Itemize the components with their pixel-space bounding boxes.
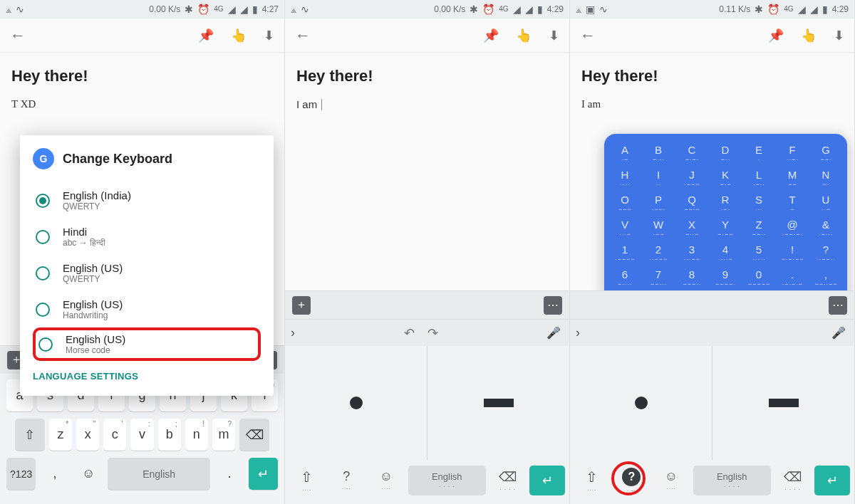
cheat-cell[interactable]: 4····− — [710, 242, 741, 264]
more-icon[interactable]: ⋯ — [544, 296, 562, 315]
cheat-cell[interactable]: P·−−· — [643, 192, 674, 214]
mic-icon[interactable]: 🎤 — [546, 326, 561, 340]
redo-icon[interactable]: ↷ — [428, 325, 438, 341]
more-icon[interactable]: ⋯ — [829, 296, 847, 315]
archive-icon[interactable]: ⬇︎ — [549, 28, 559, 43]
cheat-cell[interactable]: W·−− — [643, 217, 674, 239]
cheat-cell[interactable]: @·−−·−· — [777, 217, 808, 239]
note-title[interactable]: Hey there! — [296, 67, 558, 85]
alarm-icon: ⏰ — [767, 4, 779, 14]
cheat-cell[interactable]: 9−−−−· — [710, 267, 741, 289]
keyboard-option[interactable]: Hindiabc → हिन्दी — [33, 219, 261, 255]
cheat-cell[interactable]: !−·−·−− — [777, 242, 808, 264]
cheat-cell[interactable]: K−·− — [710, 167, 741, 189]
note-content[interactable]: Hey there! I am — [285, 53, 569, 117]
mic-icon[interactable]: 🎤 — [831, 326, 846, 340]
cheat-cell[interactable]: N−· — [811, 167, 841, 189]
radio-icon[interactable] — [38, 337, 53, 352]
emoji-key[interactable]: ☺···· — [368, 466, 404, 495]
cheat-cell[interactable]: A·− — [610, 142, 641, 164]
keyboard-option[interactable]: English (US)QWERTY — [33, 255, 261, 291]
option-title: Hindi — [63, 226, 105, 238]
help-key[interactable]: ? ···· — [614, 466, 650, 495]
cheat-cell[interactable]: I·· — [643, 167, 674, 189]
option-subtitle: Morse code — [66, 345, 125, 355]
cheat-cell[interactable]: L·−·· — [744, 167, 774, 189]
cheat-cell[interactable]: 5····· — [744, 242, 774, 264]
radio-icon[interactable] — [36, 266, 50, 280]
backspace-key[interactable]: ⌫· · · · — [490, 466, 526, 495]
cheat-cell[interactable]: 3···−− — [677, 242, 708, 264]
emoji-key[interactable]: ☺···· — [653, 466, 689, 495]
reminder-icon[interactable]: 👆 — [516, 28, 532, 43]
cheat-cell[interactable]: O−−− — [610, 192, 641, 214]
cheat-cell[interactable]: B−··· — [643, 142, 674, 164]
radio-icon[interactable] — [36, 230, 50, 244]
reminder-icon[interactable]: 👆 — [801, 28, 817, 43]
pin-icon[interactable]: 📌 — [483, 28, 499, 43]
cheat-cell[interactable]: ?··−−·· — [811, 242, 841, 264]
note-body[interactable]: I am — [296, 98, 558, 111]
cheat-cell[interactable]: M−− — [777, 167, 808, 189]
cheat-cell[interactable]: Y−·−− — [710, 217, 741, 239]
keyboard-option[interactable]: English (US)Morse code — [33, 327, 261, 361]
cheat-cell[interactable]: Z−−·· — [744, 217, 774, 239]
radio-icon[interactable] — [36, 194, 50, 208]
cheat-cell[interactable]: G−−· — [811, 142, 841, 164]
note-body[interactable]: I am — [581, 98, 843, 110]
note-title[interactable]: Hey there! — [581, 67, 843, 85]
radio-icon[interactable] — [36, 303, 50, 317]
cheat-cell[interactable]: D−·· — [710, 142, 741, 164]
morse-dash-key[interactable] — [712, 346, 854, 460]
cheat-cell[interactable]: S··· — [744, 192, 774, 214]
cheat-cell[interactable]: V···− — [610, 217, 641, 239]
cheat-cell[interactable]: H···· — [610, 167, 641, 189]
cheat-cell[interactable]: 2··−−− — [643, 242, 674, 264]
back-icon[interactable]: ← — [295, 26, 311, 45]
option-subtitle: QWERTY — [63, 274, 123, 284]
cheat-cell[interactable]: R·−· — [710, 192, 741, 214]
shift-key[interactable]: ⇧···· — [574, 466, 610, 495]
back-icon[interactable]: ← — [580, 26, 596, 45]
keyboard-area: ⋯ › 🎤 ⇧···· ? ···· ☺···· English· · · · … — [570, 290, 854, 504]
undo-icon[interactable]: ↶ — [404, 325, 415, 341]
language-settings-link[interactable]: LANGUAGE SETTINGS — [33, 371, 261, 382]
archive-icon[interactable]: ⬇︎ — [834, 28, 844, 43]
cheat-cell[interactable]: C−·−· — [677, 142, 708, 164]
chevron-right-icon[interactable]: › — [576, 325, 580, 340]
morse-dot-key[interactable] — [570, 346, 712, 460]
spacebar[interactable]: English· · · · — [693, 466, 771, 495]
enter-key[interactable]: ↵ — [529, 466, 565, 495]
cheat-cell[interactable]: .·−·−·− — [777, 267, 808, 289]
cheat-cell[interactable]: F··−· — [777, 142, 808, 164]
chevron-right-icon[interactable]: › — [291, 325, 295, 340]
cheat-cell[interactable]: 1·−−−− — [610, 242, 641, 264]
enter-key[interactable]: ↵ — [814, 466, 850, 495]
cheat-cell[interactable]: Q−−·− — [677, 192, 708, 214]
note-content[interactable]: Hey there! I am — [570, 53, 854, 116]
cheat-cell[interactable]: T− — [777, 192, 808, 214]
shift-key[interactable]: ⇧···· — [289, 466, 325, 495]
cheat-cell[interactable]: X−··− — [677, 217, 708, 239]
cheat-cell[interactable]: 7−−··· — [643, 267, 674, 289]
pin-icon[interactable]: 📌 — [768, 28, 784, 43]
screenshot-panel-1: ⟁∿ 0.00 K/s ✱ ⏰ 4G ◢ ◢ ▮ 4:27 ← 📌 👆 ⬇︎ H… — [0, 0, 285, 504]
cheat-cell[interactable]: 8−−−·· — [677, 267, 708, 289]
help-key[interactable]: ?···· — [329, 466, 365, 495]
morse-dash-key[interactable] — [427, 346, 569, 460]
cheat-cell[interactable]: J·−−− — [677, 167, 708, 189]
cheat-cell[interactable]: ,−−··−− — [811, 267, 841, 289]
keyboard-option[interactable]: English (US)Handwriting — [33, 291, 261, 327]
backspace-key[interactable]: ⌫· · · · — [775, 466, 811, 495]
cheat-cell[interactable]: E· — [744, 142, 774, 164]
add-icon[interactable]: ＋ — [292, 296, 311, 315]
morse-dot-key[interactable] — [285, 346, 427, 460]
cheat-cell[interactable]: &·−··· — [811, 217, 841, 239]
keyboard-option[interactable]: English (India)QWERTY — [33, 182, 261, 219]
spacebar[interactable]: English· · · · — [408, 466, 486, 495]
morse-cheatsheet[interactable]: A·−B−···C−·−·D−··E·F··−·G−−·H····I··J·−−… — [604, 134, 847, 298]
cheat-cell[interactable]: 6−···· — [610, 267, 641, 289]
option-subtitle: abc → हिन्दी — [63, 238, 105, 248]
cheat-cell[interactable]: 0−−−−− — [744, 267, 774, 289]
cheat-cell[interactable]: U··− — [811, 192, 841, 214]
